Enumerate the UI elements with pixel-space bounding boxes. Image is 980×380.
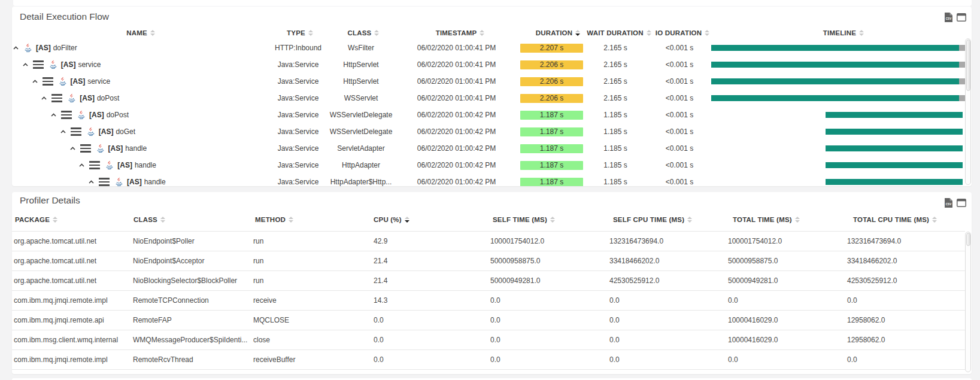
column-header-cpu[interactable]: CPU (%)	[374, 212, 409, 227]
timeline-bar-duration	[826, 179, 963, 185]
column-header-class[interactable]: CLASS	[321, 26, 405, 39]
open-window-icon[interactable]	[957, 13, 966, 22]
collapse-caret-icon[interactable]	[13, 46, 19, 50]
column-header-method[interactable]: METHOD	[255, 212, 293, 227]
stacktrace-menu-icon[interactable]	[51, 94, 62, 102]
name-cell: [AS] doPost	[12, 90, 269, 107]
stacktrace-menu-icon[interactable]	[80, 144, 91, 152]
profiler-row: org.apache.tomcat.util.net NioEndpoint$P…	[12, 232, 965, 251]
cpu-cell: 21.4	[374, 271, 387, 290]
self-time-cell: 0.0	[490, 291, 500, 310]
collapse-caret-icon[interactable]	[32, 80, 38, 83]
cpu-cell: 0.0	[374, 311, 384, 330]
class-cell: HttpServlet	[319, 56, 403, 73]
collapse-caret-icon[interactable]	[51, 113, 56, 117]
as-tag: [AS]	[61, 60, 76, 69]
column-header-self-cpu-time[interactable]: SELF CPU TIME (MS)	[613, 212, 692, 227]
timestamp-cell: 06/02/2020 01:00:42 PM	[410, 157, 503, 174]
stacktrace-menu-icon[interactable]	[99, 178, 110, 186]
stacktrace-menu-icon[interactable]	[71, 127, 81, 135]
collapse-caret-icon[interactable]	[79, 163, 84, 167]
method-name: service	[87, 77, 110, 86]
profiler-row: com.ibm.mq.jmqi.remote.api RemoteFAP MQC…	[12, 311, 965, 330]
method-name: handle	[125, 144, 147, 153]
timestamp-cell: 06/02/2020 01:00:42 PM	[410, 174, 503, 186]
export-csv-icon[interactable]: CSV	[945, 198, 952, 208]
collapse-caret-icon[interactable]	[23, 63, 28, 66]
duration-badge: 2.207 s	[520, 44, 583, 53]
execution-flow-row[interactable]: [AS] doGet Java:Service WSServletDelegat…	[12, 123, 972, 140]
io-duration-cell: <0.001 s	[642, 73, 717, 90]
timestamp-cell: 06/02/2020 01:00:42 PM	[410, 123, 503, 140]
column-header-total-time[interactable]: TOTAL TIME (MS)	[733, 212, 800, 227]
column-header-name[interactable]: NAME	[36, 26, 245, 39]
class-cell: WSServlet	[319, 90, 403, 107]
timeline-bar-tip	[959, 45, 965, 51]
timeline-bar-duration	[711, 62, 959, 68]
timeline-bar-duration	[826, 129, 963, 135]
execution-flow-row[interactable]: [AS] handle Java:Service ServletAdapter …	[12, 140, 972, 157]
class-cell: HttpServlet	[319, 73, 403, 90]
self-cpu-time-cell: 0.0	[609, 330, 620, 349]
self-cpu-time-cell: 42530525912.0	[609, 271, 659, 290]
scrollbar-thumb[interactable]	[966, 39, 970, 91]
method-cell: receive	[253, 291, 277, 310]
column-header-io-duration[interactable]: IO DURATION	[645, 26, 720, 39]
execution-flow-row[interactable]: [AS] service Java:Service HttpServlet 06…	[12, 56, 972, 73]
column-header-timeline[interactable]: TIMELINE	[796, 26, 891, 39]
stacktrace-menu-icon[interactable]	[43, 77, 53, 85]
cpu-cell: 0.0	[374, 330, 384, 349]
io-duration-cell: <0.001 s	[642, 90, 717, 107]
open-window-icon[interactable]	[957, 199, 966, 207]
profiler-actions: CSV	[945, 198, 966, 208]
timestamp-cell: 06/02/2020 01:00:42 PM	[410, 107, 503, 123]
self-time-cell: 50000958875.0	[490, 251, 540, 270]
column-header-timestamp[interactable]: TIMESTAMP	[414, 26, 506, 39]
execution-flow-row[interactable]: [AS] handle Java:Service HttpAdapter$Htt…	[12, 174, 972, 186]
stacktrace-menu-icon[interactable]	[33, 60, 44, 68]
class-cell: NioEndpoint$Poller	[133, 232, 195, 251]
io-duration-cell: <0.001 s	[642, 56, 717, 73]
profiler-rows: org.apache.tomcat.util.net NioEndpoint$P…	[12, 231, 965, 370]
scrollbar-thumb[interactable]	[966, 233, 970, 246]
stacktrace-menu-icon[interactable]	[61, 111, 72, 118]
class-cell: WSServletDelegate	[319, 123, 403, 140]
total-time-cell: 100001754012.0	[728, 232, 782, 251]
cropped-card-above	[13, 0, 972, 6]
total-time-cell: 10000416029.0	[728, 311, 778, 330]
java-icon	[58, 77, 66, 86]
class-cell: RemoteFAP	[133, 311, 172, 330]
collapse-caret-icon[interactable]	[70, 147, 75, 150]
execution-flow-row[interactable]: [AS] doPost Java:Service WSServletDelega…	[12, 107, 972, 123]
io-duration-cell: <0.001 s	[642, 107, 717, 123]
execution-flow-row[interactable]: [AS] doPost Java:Service WSServlet 06/02…	[12, 90, 972, 107]
export-csv-icon[interactable]: CSV	[945, 13, 952, 22]
total-cpu-time-cell: 42530525912.0	[847, 271, 897, 290]
execution-flow-scrollbar[interactable]	[965, 38, 971, 185]
profiler-scrollbar[interactable]	[965, 232, 971, 372]
method-name: doPost	[107, 111, 129, 119]
column-header-total-cpu-time[interactable]: TOTAL CPU TIME (MS)	[853, 212, 937, 227]
self-time-cell: 0.0	[490, 311, 500, 330]
java-icon	[96, 144, 104, 153]
execution-flow-row[interactable]: [AS] handle Java:Service HttpAdapter 06/…	[12, 157, 972, 174]
stacktrace-menu-icon[interactable]	[89, 161, 100, 169]
method-name: doFilter	[53, 44, 77, 52]
column-header-self-time[interactable]: SELF TIME (MS)	[493, 212, 555, 227]
execution-flow-row[interactable]: [AS] doFilter HTTP:Inbound WsFilter 06/0…	[12, 39, 972, 56]
package-cell: com.ibm.mq.jmqi.remote.impl	[14, 291, 108, 310]
self-cpu-time-cell: 132316473694.0	[609, 232, 663, 251]
profiler-row: org.apache.tomcat.util.net NioEndpoint$A…	[12, 251, 965, 271]
collapse-caret-icon[interactable]	[89, 180, 94, 184]
collapse-caret-icon[interactable]	[60, 130, 66, 133]
method-cell: run	[253, 251, 263, 270]
java-icon	[67, 93, 75, 103]
execution-flow-row[interactable]: [AS] service Java:Service HttpServlet 06…	[12, 73, 972, 90]
column-header-class[interactable]: CLASS	[134, 212, 165, 227]
class-cell: NioBlockingSelector$BlockPoller	[133, 271, 237, 290]
collapse-caret-icon[interactable]	[41, 96, 47, 100]
cpu-cell: 21.4	[374, 251, 387, 270]
name-cell: [AS] doGet	[12, 123, 269, 140]
column-header-package[interactable]: PACKAGE	[15, 212, 57, 227]
io-duration-cell: <0.001 s	[642, 140, 717, 157]
